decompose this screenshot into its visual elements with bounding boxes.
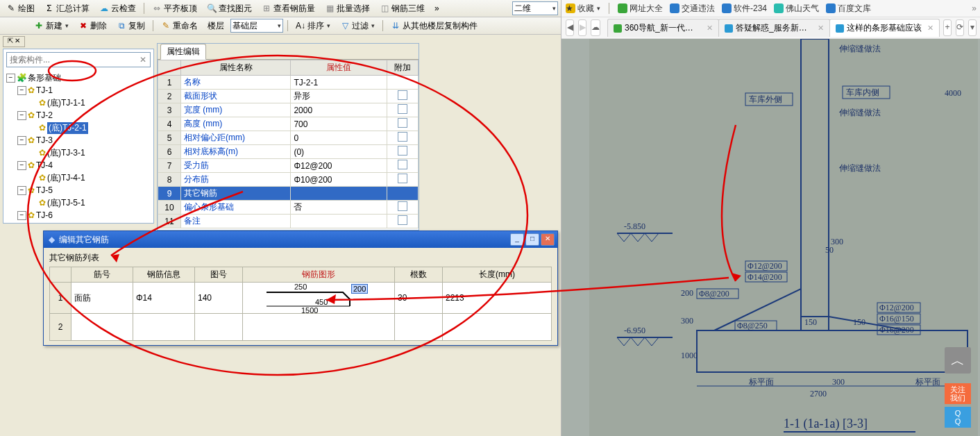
dialog-max-button[interactable]: □ bbox=[525, 233, 539, 246]
tab-close-icon[interactable]: ✕ bbox=[707, 24, 713, 33]
tab-menu-button[interactable]: ▾ bbox=[968, 19, 977, 36]
forward-button[interactable]: ▶ bbox=[578, 19, 586, 36]
tree-item[interactable]: (底)TJ-2-1 bbox=[47, 122, 88, 134]
attr-value[interactable]: Φ12@200 bbox=[291, 159, 387, 173]
rebar-count[interactable] bbox=[395, 314, 443, 341]
property-row[interactable]: 1名称TJ-2-1 bbox=[158, 76, 419, 90]
attr-value[interactable]: Φ10@200 bbox=[291, 173, 387, 187]
rebar-info[interactable] bbox=[133, 314, 195, 341]
attr-value[interactable]: 2000 bbox=[291, 103, 387, 117]
checkbox[interactable] bbox=[398, 132, 407, 142]
bookmark-more-icon[interactable]: » bbox=[972, 3, 977, 13]
attr-value[interactable]: 700 bbox=[291, 117, 387, 131]
property-row[interactable]: 9其它钢筋 bbox=[158, 187, 419, 201]
tree-item[interactable]: TJ-5 bbox=[36, 185, 53, 195]
tree-item[interactable]: TJ-4 bbox=[36, 160, 53, 170]
attr-value[interactable]: (0) bbox=[291, 145, 387, 159]
search-box[interactable]: ✕ bbox=[6, 52, 151, 67]
tree-item[interactable]: TJ-1 bbox=[36, 85, 53, 95]
tab-property-edit[interactable]: 属性编辑 bbox=[160, 44, 206, 60]
dialog-titlebar[interactable]: ◆ 编辑其它钢筋 _ □ ✕ bbox=[44, 231, 557, 248]
rebar-table[interactable]: 筋号 钢筋信息 图号 钢筋图形 根数 长度(mm) 1面筋Φ1414025020… bbox=[49, 267, 552, 341]
checkbox[interactable] bbox=[398, 118, 407, 128]
tree-toggle[interactable]: − bbox=[17, 161, 26, 170]
checkbox[interactable] bbox=[398, 174, 407, 183]
checkbox[interactable] bbox=[398, 201, 407, 211]
tb-delete[interactable]: ✖删除 bbox=[75, 19, 110, 33]
tree-item[interactable]: (底)TJ-5-1 bbox=[47, 197, 85, 209]
rebar-shape[interactable]: 2502004501500 bbox=[246, 284, 391, 312]
property-grid[interactable]: 属性名称 属性值 附加 1名称TJ-2-12截面形状异形3宽度 (mm)2000… bbox=[158, 60, 419, 228]
rebar-row[interactable]: 1面筋Φ141402502004501500302213 bbox=[50, 283, 552, 314]
component-tree[interactable]: −🧩条形基础−✿TJ-1✿(底)TJ-1-1−✿TJ-2✿(底)TJ-2-1−✿… bbox=[3, 70, 153, 224]
tree-toggle[interactable]: − bbox=[17, 86, 26, 95]
tb-view-rebar[interactable]: ⊞查看钢筋量 bbox=[258, 1, 319, 16]
property-row[interactable]: 6相对底标高(m)(0) bbox=[158, 145, 419, 159]
attr-value[interactable]: 异形 bbox=[291, 90, 387, 103]
property-row[interactable]: 11备注 bbox=[158, 215, 419, 228]
browser-page[interactable]: -5.850 -6.950 车库外侧 车库内侧 4000 Φ12@200 Φ14… bbox=[561, 39, 980, 436]
property-row[interactable]: 3宽度 (mm)2000 bbox=[158, 103, 419, 117]
tree-item[interactable]: TJ-2 bbox=[36, 110, 53, 120]
search-input[interactable] bbox=[7, 55, 136, 65]
follow-us-widget[interactable]: 关注我们 bbox=[945, 383, 971, 404]
property-row[interactable]: 7受力筋Φ12@200 bbox=[158, 159, 419, 173]
tree-item[interactable]: TJ-3 bbox=[36, 135, 53, 145]
qq-widget[interactable]: QQ bbox=[945, 407, 971, 428]
rebar-code[interactable]: 140 bbox=[195, 283, 243, 314]
tb-floor[interactable]: 楼层 bbox=[204, 19, 228, 33]
property-row[interactable]: 4高度 (mm)700 bbox=[158, 117, 419, 131]
new-tab-button[interactable]: + bbox=[943, 19, 952, 36]
rebar-name[interactable]: 面筋 bbox=[71, 283, 133, 314]
tab-close-icon[interactable]: ✕ bbox=[818, 24, 824, 33]
checkbox[interactable] bbox=[398, 146, 407, 156]
bookmark-item[interactable]: 网址大全 bbox=[618, 3, 663, 15]
tb-rename[interactable]: ✎重命名 bbox=[158, 19, 201, 33]
checkbox[interactable] bbox=[398, 90, 407, 100]
tree-item[interactable]: (顶)TJ-6-2 bbox=[47, 222, 85, 224]
rebar-name[interactable] bbox=[71, 314, 133, 341]
tab-close-icon[interactable]: ✕ bbox=[927, 24, 933, 33]
attr-value[interactable]: TJ-2-1 bbox=[291, 76, 387, 90]
search-clear-icon[interactable]: ✕ bbox=[136, 55, 150, 65]
attr-value[interactable]: 0 bbox=[291, 131, 387, 145]
property-row[interactable]: 8分布筋Φ10@200 bbox=[158, 173, 419, 187]
tb-find-elem[interactable]: 🔍查找图元 bbox=[203, 1, 255, 16]
tb-rebar-3d[interactable]: ◫钢筋三维 bbox=[376, 1, 428, 16]
checkbox[interactable] bbox=[398, 104, 407, 114]
panel-pin[interactable]: ⇱ ✕ bbox=[3, 36, 25, 47]
restore-tab-button[interactable]: ⟳ bbox=[956, 19, 964, 36]
scroll-top-button[interactable]: ︿ bbox=[945, 347, 971, 374]
view-mode-combo[interactable]: 二维▾ bbox=[512, 1, 558, 15]
property-row[interactable]: 2截面形状异形 bbox=[158, 90, 419, 103]
dialog-close-button[interactable]: ✕ bbox=[541, 233, 555, 246]
property-row[interactable]: 10偏心条形基础否 bbox=[158, 201, 419, 215]
tb-sum[interactable]: Σ汇总计算 bbox=[41, 1, 93, 16]
checkbox[interactable] bbox=[398, 215, 407, 225]
tree-item[interactable]: TJ-6 bbox=[36, 210, 53, 220]
floor-combo[interactable]: 基础层▾ bbox=[230, 19, 283, 33]
tb-batch-select[interactable]: ▦批量选择 bbox=[321, 1, 373, 16]
bm-fav[interactable]: ★收藏▾ bbox=[566, 3, 600, 15]
tree-item[interactable]: (底)TJ-1-1 bbox=[47, 97, 85, 109]
attr-value[interactable]: 否 bbox=[291, 201, 387, 215]
browser-tab[interactable]: 答疑解惑_服务新干线✕ bbox=[718, 19, 830, 37]
tree-toggle[interactable]: − bbox=[17, 136, 26, 145]
tb-sort[interactable]: A↓排序▾ bbox=[292, 19, 334, 33]
browser-tab[interactable]: 360导航_新一代安全✕ bbox=[607, 19, 719, 37]
browser-tab[interactable]: 这样的条形基础应该✕ bbox=[829, 19, 940, 37]
tree-item[interactable]: (底)TJ-4-1 bbox=[47, 172, 85, 184]
rebar-length[interactable] bbox=[443, 314, 552, 341]
rebar-code[interactable] bbox=[195, 314, 243, 341]
rebar-count[interactable]: 30 bbox=[395, 283, 443, 314]
tree-toggle[interactable]: − bbox=[17, 186, 26, 195]
tb-draw[interactable]: ✎绘图 bbox=[3, 1, 38, 16]
checkbox[interactable] bbox=[398, 160, 407, 169]
tb-new[interactable]: ✚新建▾ bbox=[31, 19, 72, 33]
back-button[interactable]: ◀ bbox=[566, 19, 574, 36]
tree-toggle[interactable]: − bbox=[6, 74, 15, 83]
tree-toggle[interactable]: − bbox=[17, 211, 26, 220]
cloud-button[interactable]: ☁ bbox=[591, 19, 600, 36]
rebar-row[interactable]: 2 bbox=[50, 314, 552, 341]
tb-copy-from-floor[interactable]: ⇊从其他楼层复制构件 bbox=[387, 19, 481, 33]
